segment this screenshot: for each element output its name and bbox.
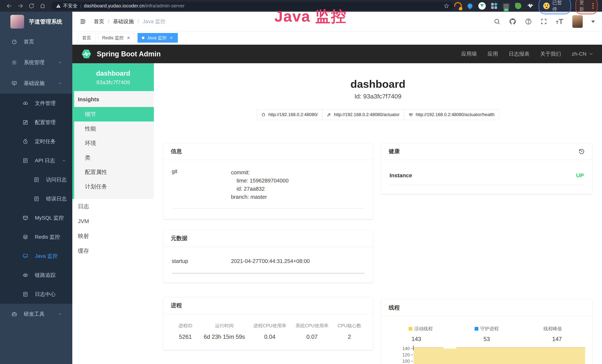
card-info: 信息 git commit:time: 1596289704000id: 27a… <box>163 143 373 219</box>
user-menu-caret-icon[interactable] <box>591 21 595 25</box>
tab-Java 监控[interactable]: Java 监控 <box>138 33 178 43</box>
sba-menu-映射[interactable]: 映射 <box>72 229 154 244</box>
info-line: time: 1596289704000 <box>236 177 289 185</box>
sba-menu-缓存[interactable]: 缓存 <box>72 244 154 258</box>
sba-menu-性能[interactable]: 性能 <box>74 121 154 136</box>
process-column-header: 进程CPU使用率 <box>249 323 291 329</box>
github-icon[interactable] <box>509 18 516 25</box>
sidebar-item-定时任务[interactable]: 定时任务 <box>0 132 72 151</box>
tab-close-icon[interactable] <box>126 36 131 40</box>
sba-menu-计划任务[interactable]: 计划任务 <box>74 179 154 194</box>
sba-insights-group: Insights 细节性能环境类配置属性计划任务 <box>72 91 154 199</box>
profile-emoji-icon <box>543 3 550 9</box>
tab-首页[interactable]: 首页 <box>78 33 95 43</box>
sidebar-item-访问日志[interactable]: 访问日志 <box>0 170 72 189</box>
app-title: 芋道管理系统 <box>29 18 62 26</box>
sba-nav-日志报表[interactable]: 日志报表 <box>509 50 529 57</box>
sidebar-item-链路追踪[interactable]: 链路追踪 <box>0 266 72 285</box>
extension-leaf-icon[interactable] <box>515 2 522 10</box>
process-column-header: 进程ID <box>171 323 200 329</box>
sidebar-item-Java 监控[interactable]: Java 监控 <box>0 246 72 266</box>
user-avatar[interactable] <box>572 15 583 28</box>
sba-instance-header[interactable]: dashboard 93a3fc7f7409 <box>72 63 154 91</box>
sidebar-item-系统管理[interactable]: 系统管理 <box>0 52 72 73</box>
sba-menu-细节[interactable]: 细节 <box>72 107 154 121</box>
card-process: 进程 进程ID运行时间进程CPU使用率系统CPU使用率CPU核心数52616d … <box>163 297 373 350</box>
sidebar-item-日志中心[interactable]: 日志中心 <box>0 285 72 304</box>
instance-link[interactable]: http://192.168.0.2:48080/actuator <box>322 109 404 120</box>
address-bar[interactable]: 不安全 | dashboard.yudao.iocoder.cn/infra/a… <box>51 2 454 10</box>
sidebar-item-配置管理[interactable]: 配置管理 <box>0 113 72 132</box>
browser-reload-icon[interactable] <box>28 3 35 9</box>
browser-toolbar: 不安全 | dashboard.yudao.iocoder.cn/infra/a… <box>0 0 602 12</box>
profile-paused-pill[interactable]: 已暂停 <box>538 0 571 14</box>
row-divider <box>172 208 365 209</box>
breadcrumb-item[interactable]: 基础设施 <box>113 18 134 25</box>
tab-close-icon[interactable] <box>169 36 173 40</box>
breadcrumb-item[interactable]: 首页 <box>94 18 104 25</box>
mysql-icon <box>23 215 28 221</box>
fullscreen-icon[interactable] <box>540 18 547 25</box>
sidebar-item-错误日志[interactable]: 错误日志 <box>0 189 72 208</box>
process-cell-value: 0.07 <box>291 329 333 340</box>
history-icon[interactable] <box>579 148 585 155</box>
threads-values: 14353147 <box>381 332 592 343</box>
sba-logo-icon <box>81 48 92 60</box>
extension-vue-devtools-icon[interactable] <box>478 2 486 10</box>
tab-Redis 监控[interactable]: Redis 监控 <box>98 33 135 43</box>
log-icon <box>23 291 28 297</box>
sba-nav-应用墙[interactable]: 应用墙 <box>461 50 477 57</box>
sba-nav-应用[interactable]: 应用 <box>488 50 498 57</box>
sidebar-menu: 首页系统管理基础设施文件管理配置管理定时任务API 日志访问日志错误日志MySQ… <box>0 31 72 324</box>
sidebar-item-MySQL 监控[interactable]: MySQL 监控 <box>0 208 72 227</box>
bookmark-star-icon[interactable] <box>444 3 449 9</box>
hamburger-icon[interactable] <box>79 18 87 25</box>
card-health-title: 健康 <box>389 148 400 155</box>
sidebar-item-Redis 监控[interactable]: Redis 监控 <box>0 227 72 246</box>
sba-menu-类[interactable]: 类 <box>74 150 154 165</box>
card-health: 健康 Instance UP <box>381 143 592 194</box>
extension-grid-icon[interactable] <box>490 2 498 10</box>
extension-switch-icon[interactable]: on <box>502 2 510 10</box>
chart-y-tick: 140 <box>386 345 413 352</box>
font-size-icon[interactable] <box>556 18 564 25</box>
search-icon[interactable] <box>494 18 500 25</box>
extension-pin-icon[interactable] <box>466 2 474 10</box>
browser-home-icon[interactable] <box>40 3 46 9</box>
sba-menu-日志[interactable]: 日志 <box>72 199 154 214</box>
instance-link[interactable]: http://192.168.0.2:48080/actuator/health <box>404 109 499 120</box>
legend-swatch <box>409 327 412 331</box>
process-column-header: 系统CPU使用率 <box>291 323 333 329</box>
instance-link[interactable]: http://192.168.0.2:48080/ <box>257 109 322 120</box>
sidebar-item-首页[interactable]: 首页 <box>0 31 72 52</box>
sba-menu-JVM[interactable]: JVM <box>72 214 154 229</box>
sba-locale-select[interactable]: zh-CN <box>572 51 593 57</box>
app-logo-row[interactable]: 芋道管理系统 <box>0 12 72 31</box>
help-icon[interactable] <box>525 18 532 25</box>
sba-menu-配置属性[interactable]: 配置属性 <box>74 165 154 179</box>
sba-menu-环境[interactable]: 环境 <box>74 136 154 150</box>
legend-value: 53 <box>452 336 522 343</box>
sidebar-item-研发工具[interactable]: 研发工具 <box>0 304 72 324</box>
extensions-puzzle-icon[interactable] <box>527 2 534 10</box>
chevron-up-icon <box>62 158 66 163</box>
monitor-icon <box>11 80 17 86</box>
info-line: branch: master <box>231 193 289 201</box>
browser-back-icon[interactable] <box>6 3 12 9</box>
browser-update-button[interactable]: 更新 <box>575 0 598 14</box>
info-row-value: commit:time: 1596289704000id: 27aa832bra… <box>231 168 289 201</box>
browser-forward-icon[interactable] <box>17 3 23 9</box>
sba-instance-name: dashboard <box>74 70 152 77</box>
legend-swatch <box>475 327 478 331</box>
sba-nav-关于我们[interactable]: 关于我们 <box>540 50 561 57</box>
sba-tail-menu: 日志JVM映射缓存 <box>72 199 154 258</box>
sidebar-item-基础设施[interactable]: 基础设施 <box>0 73 72 94</box>
sidebar-item-文件管理[interactable]: 文件管理 <box>0 94 72 113</box>
info-line: id: 27aa832 <box>236 185 289 193</box>
sidebar-item-API 日志[interactable]: API 日志 <box>0 151 72 170</box>
breadcrumb: 首页/基础设施/Java 监控 <box>94 18 166 25</box>
extension-sync-icon[interactable] <box>454 2 462 10</box>
breadcrumb-item[interactable]: Java 监控 <box>143 18 166 25</box>
sba-nav: 应用墙应用日志报表关于我们zh-CN <box>461 50 593 57</box>
browser-menu-icon[interactable] <box>591 3 594 9</box>
